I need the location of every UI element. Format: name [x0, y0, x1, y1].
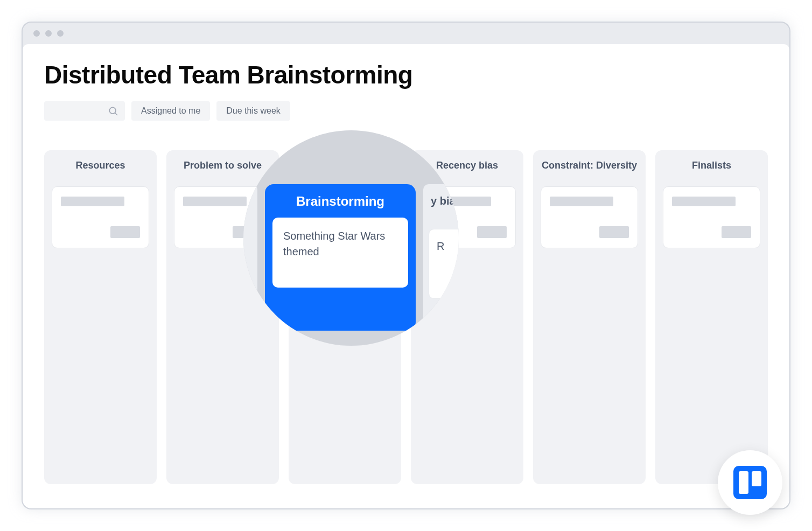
- app-badge[interactable]: [718, 450, 782, 515]
- column-constraint-diversity[interactable]: Constraint: Diversity: [533, 150, 646, 484]
- placeholder-line: [672, 197, 736, 206]
- window-dot-close[interactable]: [33, 30, 40, 37]
- trello-icon: [733, 466, 767, 499]
- search-input[interactable]: [44, 101, 125, 121]
- column-title: Problem to solve: [174, 160, 271, 171]
- window-dot-minimize[interactable]: [45, 30, 52, 37]
- card-placeholder[interactable]: [663, 186, 760, 248]
- placeholder-line: [305, 197, 369, 206]
- window-titlebar: [23, 23, 789, 44]
- filter-due-this-week[interactable]: Due this week: [216, 101, 290, 121]
- page-title: Distributed Team Brainstorming: [44, 60, 768, 89]
- card-placeholder[interactable]: [174, 186, 271, 248]
- placeholder-badge: [599, 226, 629, 238]
- card-placeholder[interactable]: [418, 186, 516, 248]
- card-placeholder[interactable]: [52, 186, 149, 248]
- browser-window: Distributed Team Brainstorming Assigned …: [22, 22, 790, 509]
- column-recency-bias[interactable]: Recency bias: [411, 150, 523, 484]
- window-dot-zoom[interactable]: [57, 30, 64, 37]
- column-finalists[interactable]: Finalists: [655, 150, 768, 484]
- placeholder-line: [183, 197, 247, 206]
- card-placeholder[interactable]: [296, 186, 394, 248]
- column-title: Brainstorming: [296, 160, 394, 171]
- filter-assigned-to-me[interactable]: Assigned to me: [131, 101, 210, 121]
- column-brainstorming[interactable]: Brainstorming: [289, 150, 401, 484]
- placeholder-badge: [477, 226, 507, 238]
- placeholder-badge: [722, 226, 751, 238]
- column-title: Recency bias: [418, 160, 516, 171]
- filter-bar: Assigned to me Due this week: [44, 101, 768, 121]
- card-placeholder[interactable]: [296, 256, 394, 318]
- search-icon: [108, 106, 118, 116]
- placeholder-badge: [355, 296, 384, 308]
- column-title: Finalists: [663, 160, 760, 171]
- kanban-board: Resources Problem to solve Brainstorming: [44, 150, 768, 484]
- placeholder-line: [61, 197, 124, 206]
- board-view: Distributed Team Brainstorming Assigned …: [23, 44, 789, 508]
- column-title: Resources: [52, 160, 149, 171]
- placeholder-badge: [110, 226, 140, 238]
- column-problem-to-solve[interactable]: Problem to solve: [166, 150, 279, 484]
- placeholder-line: [305, 266, 369, 276]
- placeholder-badge: [355, 226, 384, 238]
- card-placeholder[interactable]: [541, 186, 638, 248]
- column-title: Constraint: Diversity: [541, 160, 638, 171]
- column-resources[interactable]: Resources: [44, 150, 157, 484]
- placeholder-badge: [233, 226, 262, 238]
- svg-line-1: [115, 113, 117, 115]
- placeholder-line: [428, 197, 491, 206]
- placeholder-line: [550, 197, 613, 206]
